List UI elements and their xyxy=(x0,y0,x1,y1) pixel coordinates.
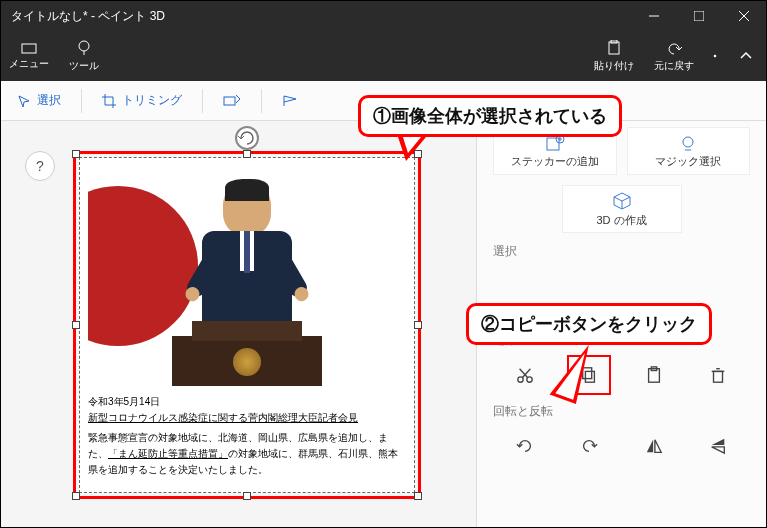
rotate-handle[interactable] xyxy=(235,126,259,150)
make-3d-label: 3D の作成 xyxy=(596,213,646,228)
help-button[interactable]: ? xyxy=(25,151,55,181)
trash-icon xyxy=(709,366,727,384)
rotate-section-label: 回転と反転 xyxy=(493,403,750,420)
sep xyxy=(261,89,262,113)
resize-handle[interactable] xyxy=(72,492,80,500)
cursor-icon xyxy=(17,94,31,108)
annotation-2: ②コピーボタンをクリック xyxy=(466,303,712,345)
crop-label: トリミング xyxy=(122,92,182,109)
select-section-label: 選択 xyxy=(493,243,750,260)
paste-button[interactable]: 貼り付け xyxy=(584,31,644,81)
undo-button[interactable]: 元に戻す xyxy=(644,31,704,81)
menu-button[interactable]: メニュー xyxy=(1,31,56,81)
select-label: 選択 xyxy=(37,92,61,109)
crop-icon xyxy=(102,94,116,108)
magic-select-label: マジック選択 xyxy=(655,154,721,169)
title-bar: タイトルなし* - ペイント 3D xyxy=(1,1,766,31)
document-text: 令和3年5月14日 新型コロナウイルス感染症に関する菅内閣総理大臣記者会見 緊急… xyxy=(88,394,406,478)
sep xyxy=(202,89,203,113)
resize-handle[interactable] xyxy=(414,321,422,329)
undo-label: 元に戻す xyxy=(654,59,694,73)
tools-button[interactable]: ツール xyxy=(56,31,111,81)
clipboard-icon xyxy=(645,366,663,384)
undo-icon xyxy=(666,40,682,56)
selection-highlight: 令和3年5月14日 新型コロナウイルス感染症に関する菅内閣総理大臣記者会見 緊急… xyxy=(73,151,421,499)
podium xyxy=(172,336,322,386)
svg-rect-11 xyxy=(547,138,559,150)
photo xyxy=(88,166,406,386)
svg-point-9 xyxy=(714,55,717,58)
menu-label: メニュー xyxy=(9,57,49,71)
svg-rect-10 xyxy=(224,97,235,105)
flag-icon xyxy=(282,94,298,108)
rotate-left-icon xyxy=(516,437,534,455)
rotate-right-icon xyxy=(580,437,598,455)
close-button[interactable] xyxy=(721,1,766,31)
doc-body-2: た、「まん延防止等重点措置」の対象地域に、群馬県、石川県、熊本 xyxy=(88,446,406,462)
menu-bar: メニュー ツール 貼り付け 元に戻す xyxy=(1,31,766,81)
chevron-up-icon xyxy=(739,49,753,63)
dropdown-icon xyxy=(711,52,719,60)
doc-body-3: 県を追加することを決定いたしました。 xyxy=(88,462,406,478)
rotate-left-button[interactable] xyxy=(503,426,547,466)
flip-horizontal-button[interactable] xyxy=(632,426,676,466)
doc-body-1: 緊急事態宣言の対象地域に、北海道、岡山県、広島県を追加し、ま xyxy=(88,430,406,446)
crop-tool[interactable]: トリミング xyxy=(94,81,190,121)
doc-headline: 新型コロナウイルス感染症に関する菅内閣総理大臣記者会見 xyxy=(88,410,406,426)
flip-h-icon xyxy=(645,437,663,455)
magic-tool[interactable] xyxy=(215,81,249,121)
svg-point-5 xyxy=(79,41,89,51)
magic-select-button[interactable]: マジック選択 xyxy=(627,127,751,175)
scissors-icon xyxy=(516,366,534,384)
flag-tool[interactable] xyxy=(274,81,306,121)
svg-rect-1 xyxy=(694,11,704,21)
make-3d-button[interactable]: 3D の作成 xyxy=(562,185,682,233)
resize-handle[interactable] xyxy=(243,150,251,158)
cut-button[interactable] xyxy=(503,355,547,395)
sep xyxy=(81,89,82,113)
doc-date: 令和3年5月14日 xyxy=(88,394,406,410)
svg-point-15 xyxy=(683,137,693,147)
add-sticker-label: ステッカーの追加 xyxy=(511,154,599,169)
resize-handle[interactable] xyxy=(72,150,80,158)
resize-handle[interactable] xyxy=(243,492,251,500)
select-tool[interactable]: 選択 xyxy=(9,81,69,121)
maximize-button[interactable] xyxy=(676,1,721,31)
flip-vertical-button[interactable] xyxy=(696,426,740,466)
canvas-area[interactable]: ? 令和3年5月14日 新型コロナウイルス感染症に関する菅内閣総理大臣記者会見 xyxy=(1,121,476,527)
window-title: タイトルなし* - ペイント 3D xyxy=(1,8,631,25)
minimize-button[interactable] xyxy=(631,1,676,31)
expand-panel-button[interactable] xyxy=(726,31,766,81)
rotate-icon xyxy=(237,128,257,148)
selected-image[interactable]: 令和3年5月14日 新型コロナウイルス感染症に関する菅内閣総理大臣記者会見 緊急… xyxy=(79,157,415,493)
person xyxy=(187,181,307,341)
svg-rect-7 xyxy=(609,42,619,54)
flip-v-icon xyxy=(709,437,727,455)
paste-label: 貼り付け xyxy=(594,59,634,73)
svg-rect-24 xyxy=(713,371,722,382)
tools-label: ツール xyxy=(69,59,99,73)
magic-icon xyxy=(223,94,241,108)
magic-select-icon xyxy=(678,134,698,152)
resize-handle[interactable] xyxy=(414,492,422,500)
paste-button-side[interactable] xyxy=(632,355,676,395)
delete-button[interactable] xyxy=(696,355,740,395)
rotate-right-button[interactable] xyxy=(567,426,611,466)
folder-icon xyxy=(21,42,37,54)
redo-dropdown[interactable] xyxy=(704,31,726,81)
resize-handle[interactable] xyxy=(72,321,80,329)
clipboard-icon xyxy=(606,40,622,56)
svg-rect-4 xyxy=(22,44,36,53)
annotation-1: ①画像全体が選択されている xyxy=(358,95,622,137)
balloon-icon xyxy=(76,40,92,56)
cube-icon xyxy=(612,191,632,211)
